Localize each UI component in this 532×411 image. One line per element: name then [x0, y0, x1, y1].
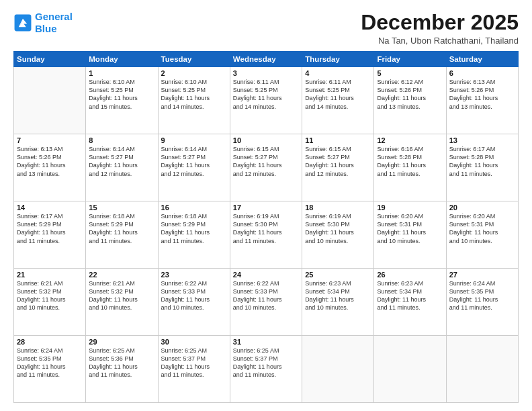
day-info: Sunrise: 6:15 AM Sunset: 5:27 PM Dayligh… [305, 145, 371, 178]
day-number: 6 [449, 69, 515, 77]
col-header-thursday: Thursday [302, 52, 374, 67]
day-info: Sunrise: 6:21 AM Sunset: 5:32 PM Dayligh… [17, 279, 83, 312]
col-header-sunday: Sunday [14, 52, 86, 67]
logo-text: General Blue [35, 11, 73, 35]
week-row-5: 28Sunrise: 6:24 AM Sunset: 5:35 PM Dayli… [14, 336, 519, 403]
header: General Blue December 2025 Na Tan, Ubon … [13, 11, 519, 46]
day-cell [14, 67, 86, 134]
day-info: Sunrise: 6:14 AM Sunset: 5:27 PM Dayligh… [161, 145, 227, 178]
day-info: Sunrise: 6:25 AM Sunset: 5:37 PM Dayligh… [233, 347, 299, 379]
day-cell [302, 336, 374, 403]
col-header-friday: Friday [374, 52, 446, 67]
day-number: 4 [305, 69, 371, 77]
day-info: Sunrise: 6:19 AM Sunset: 5:30 PM Dayligh… [233, 212, 299, 245]
day-cell: 23Sunrise: 6:22 AM Sunset: 5:33 PM Dayli… [158, 269, 230, 336]
day-info: Sunrise: 6:13 AM Sunset: 5:26 PM Dayligh… [17, 145, 83, 178]
day-info: Sunrise: 6:10 AM Sunset: 5:25 PM Dayligh… [161, 78, 227, 111]
day-number: 31 [233, 338, 299, 346]
day-number: 2 [161, 69, 227, 77]
day-cell: 21Sunrise: 6:21 AM Sunset: 5:32 PM Dayli… [14, 269, 86, 336]
day-number: 1 [89, 69, 154, 77]
day-info: Sunrise: 6:13 AM Sunset: 5:26 PM Dayligh… [449, 78, 515, 111]
day-info: Sunrise: 6:11 AM Sunset: 5:25 PM Dayligh… [305, 78, 371, 111]
day-info: Sunrise: 6:22 AM Sunset: 5:33 PM Dayligh… [233, 279, 299, 312]
day-cell: 22Sunrise: 6:21 AM Sunset: 5:32 PM Dayli… [86, 269, 158, 336]
day-number: 24 [233, 271, 299, 279]
day-number: 17 [233, 203, 299, 212]
day-cell: 26Sunrise: 6:23 AM Sunset: 5:34 PM Dayli… [374, 269, 446, 336]
day-info: Sunrise: 6:18 AM Sunset: 5:29 PM Dayligh… [161, 212, 227, 245]
day-cell: 18Sunrise: 6:19 AM Sunset: 5:30 PM Dayli… [302, 201, 374, 269]
day-info: Sunrise: 6:22 AM Sunset: 5:33 PM Dayligh… [161, 279, 227, 312]
day-number: 18 [305, 203, 371, 212]
logo-icon [13, 13, 32, 32]
day-cell: 5Sunrise: 6:12 AM Sunset: 5:26 PM Daylig… [374, 67, 446, 134]
day-info: Sunrise: 6:16 AM Sunset: 5:28 PM Dayligh… [377, 145, 443, 178]
day-cell: 4Sunrise: 6:11 AM Sunset: 5:25 PM Daylig… [302, 67, 374, 134]
day-cell: 20Sunrise: 6:20 AM Sunset: 5:31 PM Dayli… [446, 201, 518, 269]
day-number: 3 [233, 69, 299, 77]
day-number: 26 [377, 271, 443, 279]
day-cell: 25Sunrise: 6:23 AM Sunset: 5:34 PM Dayli… [302, 269, 374, 336]
logo: General Blue [13, 11, 73, 35]
day-number: 11 [305, 136, 371, 144]
day-number: 10 [233, 136, 299, 144]
day-info: Sunrise: 6:10 AM Sunset: 5:25 PM Dayligh… [89, 78, 154, 111]
week-row-3: 14Sunrise: 6:17 AM Sunset: 5:29 PM Dayli… [14, 201, 519, 269]
day-number: 14 [17, 203, 83, 212]
day-info: Sunrise: 6:14 AM Sunset: 5:27 PM Dayligh… [89, 145, 154, 178]
col-header-tuesday: Tuesday [158, 52, 230, 67]
day-info: Sunrise: 6:20 AM Sunset: 5:31 PM Dayligh… [449, 212, 515, 245]
day-number: 8 [89, 136, 154, 144]
day-cell: 24Sunrise: 6:22 AM Sunset: 5:33 PM Dayli… [230, 269, 302, 336]
day-number: 5 [377, 69, 443, 77]
day-number: 22 [89, 271, 154, 279]
calendar-header-row: SundayMondayTuesdayWednesdayThursdayFrid… [14, 52, 519, 67]
day-number: 20 [449, 203, 515, 212]
day-cell: 1Sunrise: 6:10 AM Sunset: 5:25 PM Daylig… [86, 67, 158, 134]
day-number: 15 [89, 203, 154, 212]
day-number: 28 [17, 338, 83, 346]
day-cell: 14Sunrise: 6:17 AM Sunset: 5:29 PM Dayli… [14, 201, 86, 269]
col-header-monday: Monday [86, 52, 158, 67]
day-cell: 29Sunrise: 6:25 AM Sunset: 5:36 PM Dayli… [86, 336, 158, 403]
day-number: 30 [161, 338, 227, 346]
week-row-2: 7Sunrise: 6:13 AM Sunset: 5:26 PM Daylig… [14, 134, 519, 201]
day-info: Sunrise: 6:12 AM Sunset: 5:26 PM Dayligh… [377, 78, 443, 111]
day-cell: 3Sunrise: 6:11 AM Sunset: 5:25 PM Daylig… [230, 67, 302, 134]
day-info: Sunrise: 6:17 AM Sunset: 5:29 PM Dayligh… [17, 212, 83, 245]
day-cell: 30Sunrise: 6:25 AM Sunset: 5:37 PM Dayli… [158, 336, 230, 403]
day-number: 9 [161, 136, 227, 144]
day-info: Sunrise: 6:20 AM Sunset: 5:31 PM Dayligh… [377, 212, 443, 245]
day-cell: 13Sunrise: 6:17 AM Sunset: 5:28 PM Dayli… [446, 134, 518, 201]
location: Na Tan, Ubon Ratchathani, Thailand [361, 36, 519, 46]
day-cell: 9Sunrise: 6:14 AM Sunset: 5:27 PM Daylig… [158, 134, 230, 201]
day-cell: 6Sunrise: 6:13 AM Sunset: 5:26 PM Daylig… [446, 67, 518, 134]
day-cell: 10Sunrise: 6:15 AM Sunset: 5:27 PM Dayli… [230, 134, 302, 201]
month-title: December 2025 [361, 11, 519, 34]
day-cell: 15Sunrise: 6:18 AM Sunset: 5:29 PM Dayli… [86, 201, 158, 269]
day-info: Sunrise: 6:17 AM Sunset: 5:28 PM Dayligh… [449, 145, 515, 178]
day-cell [446, 336, 518, 403]
day-number: 7 [17, 136, 83, 144]
day-cell [374, 336, 446, 403]
day-cell: 8Sunrise: 6:14 AM Sunset: 5:27 PM Daylig… [86, 134, 158, 201]
day-info: Sunrise: 6:15 AM Sunset: 5:27 PM Dayligh… [233, 145, 299, 178]
day-info: Sunrise: 6:25 AM Sunset: 5:36 PM Dayligh… [89, 347, 154, 379]
calendar-table: SundayMondayTuesdayWednesdayThursdayFrid… [13, 51, 519, 403]
day-cell: 19Sunrise: 6:20 AM Sunset: 5:31 PM Dayli… [374, 201, 446, 269]
week-row-1: 1Sunrise: 6:10 AM Sunset: 5:25 PM Daylig… [14, 67, 519, 134]
page: General Blue December 2025 Na Tan, Ubon … [0, 0, 532, 411]
day-info: Sunrise: 6:21 AM Sunset: 5:32 PM Dayligh… [89, 279, 154, 312]
day-cell: 11Sunrise: 6:15 AM Sunset: 5:27 PM Dayli… [302, 134, 374, 201]
day-cell: 28Sunrise: 6:24 AM Sunset: 5:35 PM Dayli… [14, 336, 86, 403]
day-cell: 17Sunrise: 6:19 AM Sunset: 5:30 PM Dayli… [230, 201, 302, 269]
day-number: 29 [89, 338, 154, 346]
day-number: 23 [161, 271, 227, 279]
day-cell: 27Sunrise: 6:24 AM Sunset: 5:35 PM Dayli… [446, 269, 518, 336]
day-number: 21 [17, 271, 83, 279]
day-number: 27 [449, 271, 515, 279]
title-block: December 2025 Na Tan, Ubon Ratchathani, … [361, 11, 519, 46]
day-cell: 12Sunrise: 6:16 AM Sunset: 5:28 PM Dayli… [374, 134, 446, 201]
week-row-4: 21Sunrise: 6:21 AM Sunset: 5:32 PM Dayli… [14, 269, 519, 336]
